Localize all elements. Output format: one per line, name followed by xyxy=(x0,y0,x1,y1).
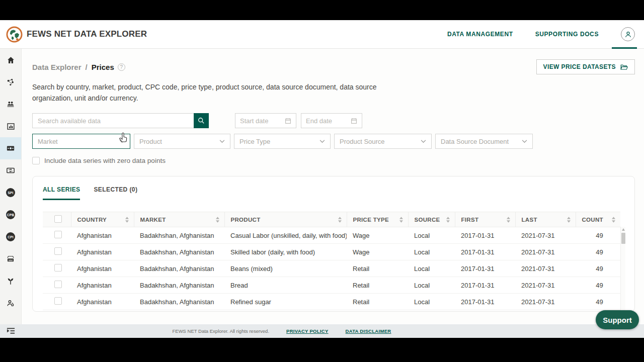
screen: FEWS NET DATA EXPLORER DATA MANAGEMENT S… xyxy=(0,0,644,362)
table-row: Afghanistan Badakhshan, Afghanistan Bean… xyxy=(43,260,620,277)
sort-icon[interactable] xyxy=(399,217,403,223)
sidebar-item-exchange-rates[interactable] xyxy=(0,159,21,182)
commodity-network-icon xyxy=(7,78,15,86)
sidebar-item-charts[interactable] xyxy=(0,115,21,137)
column-header-country: COUNTRY xyxy=(77,217,107,223)
product-source-filter-label: Product Source xyxy=(340,138,385,145)
cpb-badge-icon: CPB xyxy=(6,210,15,219)
cell-count: 49 xyxy=(576,260,620,277)
population-groups-icon xyxy=(6,100,15,109)
collapse-sidebar-icon[interactable] xyxy=(7,327,15,334)
sidebar-item-agriculture[interactable] xyxy=(0,270,21,292)
product-filter-select[interactable]: Product xyxy=(134,134,230,149)
sort-icon[interactable] xyxy=(216,217,219,223)
cell-product: Beans (mixed) xyxy=(224,260,347,277)
sort-icon[interactable] xyxy=(507,217,510,223)
chevron-down-icon xyxy=(319,140,325,143)
cell-source: Local xyxy=(408,277,455,294)
calendar-icon xyxy=(285,118,291,124)
help-icon[interactable]: ? xyxy=(118,63,125,71)
cell-country: Afghanistan xyxy=(71,244,134,260)
cell-product: Bread xyxy=(224,277,347,294)
cell-count: 49 xyxy=(576,277,620,294)
cell-product: Refined sugar xyxy=(224,294,347,310)
column-header-market: MARKET xyxy=(140,217,166,223)
search-input[interactable] xyxy=(32,113,194,128)
series-tabs: ALL SERIES SELECTED (0) xyxy=(33,176,634,200)
column-header-source: SOURCE xyxy=(415,217,440,223)
sort-icon[interactable] xyxy=(567,217,571,223)
footer: FEWS NET Data Explorer. All rights reser… xyxy=(0,324,644,338)
row-checkbox[interactable] xyxy=(54,231,62,238)
cell-country: Afghanistan xyxy=(71,227,134,244)
open-folder-icon xyxy=(620,64,628,70)
cell-product: Skilled labor (daily, with food) xyxy=(224,244,347,260)
row-checkbox[interactable] xyxy=(54,247,62,255)
cell-first: 2017-01-31 xyxy=(455,277,515,294)
nav-supporting-docs[interactable]: SUPPORTING DOCS xyxy=(535,31,599,38)
sidebar-item-prices[interactable] xyxy=(0,137,21,159)
chart-dashboard-icon xyxy=(7,122,15,131)
chevron-down-icon xyxy=(219,140,225,143)
sort-icon[interactable] xyxy=(338,217,342,223)
sort-icon[interactable] xyxy=(125,217,129,223)
zero-data-checkbox-label: Include data series with zero data point… xyxy=(44,157,166,164)
main-content: Data Explorer / Prices ? VIEW PRICE DATA… xyxy=(22,49,644,324)
sidebar-item-population[interactable] xyxy=(0,93,21,115)
row-checkbox[interactable] xyxy=(54,281,62,288)
copyright-text: FEWS NET Data Explorer. All rights reser… xyxy=(173,328,270,334)
nav-data-management[interactable]: DATA MANAGEMENT xyxy=(447,31,513,38)
select-all-checkbox[interactable] xyxy=(54,215,62,223)
app-title: FEWS NET DATA EXPLORER xyxy=(27,29,147,39)
agriculture-sprout-icon xyxy=(6,277,15,286)
price-type-filter-select[interactable]: Price Type xyxy=(234,134,331,149)
sort-icon[interactable] xyxy=(612,217,615,223)
cell-source: Local xyxy=(408,244,455,260)
data-disclaimer-link[interactable]: DATA DISCLAIMER xyxy=(346,328,391,334)
sidebar-item-cpi[interactable]: CPI xyxy=(0,226,21,248)
table-scrollbar[interactable] xyxy=(620,227,625,312)
product-source-filter-select[interactable]: Product Source xyxy=(334,134,432,149)
cell-last: 2021-07-31 xyxy=(515,277,576,294)
search-row xyxy=(32,113,635,128)
breadcrumb-data-explorer[interactable]: Data Explorer xyxy=(32,63,82,71)
sidebar-item-cpb[interactable]: CPB xyxy=(0,204,21,226)
tab-all-series[interactable]: ALL SERIES xyxy=(43,186,80,200)
user-avatar[interactable] xyxy=(621,27,635,41)
privacy-policy-link[interactable]: PRIVACY POLICY xyxy=(286,328,329,334)
cell-market: Badakhshan, Afghanistan xyxy=(134,260,224,277)
sidebar-item-home[interactable] xyxy=(0,49,21,71)
support-button[interactable]: Support xyxy=(596,310,639,329)
cpi-badge-icon: CPI xyxy=(6,232,15,241)
end-date-input[interactable] xyxy=(306,117,346,125)
row-checkbox[interactable] xyxy=(54,264,62,272)
start-date-input[interactable] xyxy=(240,117,280,125)
scrollbar-thumb[interactable] xyxy=(621,233,625,244)
zero-data-checkbox[interactable] xyxy=(32,157,40,164)
table-row: Afghanistan Badakhshan, Afghanistan Refi… xyxy=(43,294,620,310)
search-description: Search by country, market, product, CPC … xyxy=(32,82,384,104)
scrollbar-up-arrow-icon[interactable] xyxy=(622,228,625,231)
prices-icon xyxy=(6,144,15,153)
market-filter-select[interactable]: Market xyxy=(32,134,130,149)
sidebar-item-commodities[interactable] xyxy=(0,71,21,93)
sort-icon[interactable] xyxy=(446,217,450,223)
data-source-document-filter-select[interactable]: Data Source Document xyxy=(435,134,533,149)
spi-badge-icon: SPI xyxy=(6,188,15,197)
app-window: FEWS NET DATA EXPLORER DATA MANAGEMENT S… xyxy=(0,20,644,338)
sidebar-item-spi[interactable]: SPI xyxy=(0,182,21,204)
results-card: ALL SERIES SELECTED (0) xyxy=(32,176,635,312)
cell-country: Afghanistan xyxy=(71,277,134,294)
series-table-area: COUNTRY MARKET PRODUCT PRICE TYPE SOURCE… xyxy=(43,212,625,310)
start-date-field[interactable] xyxy=(235,113,296,128)
row-checkbox[interactable] xyxy=(54,297,62,305)
sidebar-item-admin[interactable] xyxy=(0,292,21,314)
tab-selected[interactable]: SELECTED (0) xyxy=(94,186,137,200)
exchange-card-icon xyxy=(6,166,15,175)
end-date-field[interactable] xyxy=(301,113,362,128)
search-button[interactable] xyxy=(194,113,209,128)
cell-country: Afghanistan xyxy=(71,260,134,277)
cell-count: 49 xyxy=(576,227,620,244)
view-price-datasets-button[interactable]: VIEW PRICE DATASETS xyxy=(536,59,635,74)
sidebar-item-markets[interactable] xyxy=(0,248,21,270)
